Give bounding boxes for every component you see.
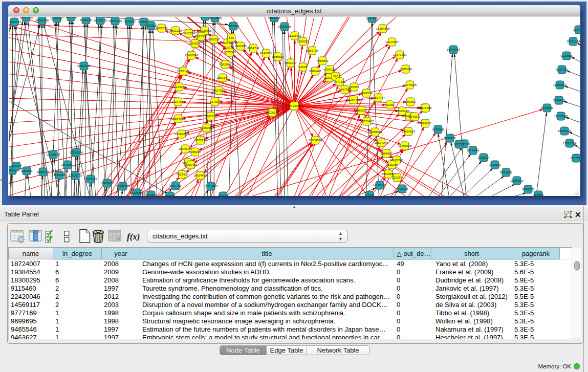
svg-text:9146821: 9146821 — [260, 52, 272, 55]
svg-text:17957223: 17957223 — [84, 178, 98, 181]
svg-text:10756928: 10756928 — [398, 144, 412, 147]
svg-text:10973493: 10973493 — [393, 53, 407, 56]
svg-text:3624554: 3624554 — [360, 92, 373, 95]
svg-text:15692971: 15692971 — [558, 129, 572, 133]
svg-text:12093872: 12093872 — [553, 83, 567, 86]
svg-text:14055714: 14055714 — [9, 20, 21, 24]
svg-text:20053346: 20053346 — [77, 64, 91, 68]
svg-text:12323468: 12323468 — [130, 191, 144, 194]
svg-text:9084067: 9084067 — [380, 152, 393, 155]
svg-text:1564096: 1564096 — [297, 40, 309, 43]
svg-text:1527602: 1527602 — [65, 17, 77, 18]
svg-text:15720407: 15720407 — [360, 120, 374, 123]
svg-text:9699695: 9699695 — [419, 122, 431, 125]
svg-text:21364436: 21364436 — [347, 98, 361, 101]
svg-text:12213967: 12213967 — [385, 40, 399, 43]
svg-text:9227342: 9227342 — [556, 68, 568, 71]
svg-text:9129966: 9129966 — [560, 54, 573, 57]
svg-text:8660123: 8660123 — [169, 29, 182, 32]
svg-text:10654925: 10654925 — [171, 117, 185, 120]
svg-text:9777169: 9777169 — [334, 80, 346, 83]
svg-text:16644784: 16644784 — [447, 48, 461, 51]
svg-text:850613: 850613 — [11, 165, 22, 168]
svg-text:2935114: 2935114 — [478, 156, 490, 159]
svg-text:20091406: 20091406 — [35, 19, 49, 22]
svg-text:10543382: 10543382 — [188, 42, 202, 45]
svg-text:22420046: 22420046 — [185, 54, 199, 57]
svg-text:9245652: 9245652 — [522, 188, 534, 191]
svg-text:545: 545 — [333, 75, 339, 78]
svg-text:7485083: 7485083 — [400, 68, 412, 71]
svg-text:1588520: 1588520 — [272, 55, 284, 58]
svg-text:15716485: 15716485 — [204, 185, 218, 188]
svg-text:252254: 252254 — [392, 176, 403, 179]
svg-text:9827506: 9827506 — [195, 35, 207, 38]
svg-text:1733426: 1733426 — [396, 187, 408, 190]
svg-text:10654112: 10654112 — [510, 179, 524, 182]
svg-text:f(x): f(x) — [127, 232, 140, 242]
svg-text:1640954: 1640954 — [432, 128, 444, 131]
svg-text:2942757: 2942757 — [37, 170, 49, 173]
svg-text:14136141: 14136141 — [373, 184, 387, 187]
svg-text:7632621: 7632621 — [489, 163, 501, 166]
svg-text:20206576: 20206576 — [47, 153, 60, 156]
svg-text:17016504: 17016504 — [563, 142, 577, 145]
svg-text:1156829: 1156829 — [21, 169, 33, 172]
svg-text:8878352: 8878352 — [194, 139, 207, 142]
svg-text:1232346: 1232346 — [145, 193, 157, 196]
svg-text:8427552: 8427552 — [213, 89, 225, 92]
svg-text:7955812: 7955812 — [316, 59, 329, 62]
svg-text:16914479: 16914479 — [193, 174, 207, 177]
svg-text:19166827: 19166827 — [175, 133, 189, 136]
svg-text:10655267: 10655267 — [50, 17, 64, 20]
svg-text:8267130: 8267130 — [205, 115, 217, 118]
svg-text:17359924: 17359924 — [70, 151, 83, 154]
svg-text:8990448: 8990448 — [309, 70, 321, 73]
svg-text:10688609: 10688609 — [368, 130, 382, 134]
svg-text:6961758: 6961758 — [306, 49, 318, 52]
svg-text:1117524: 1117524 — [573, 28, 580, 31]
svg-text:2718126: 2718126 — [177, 70, 189, 73]
svg-text:1167533: 1167533 — [571, 157, 580, 160]
svg-text:1549571: 1549571 — [408, 115, 421, 118]
svg-text:13626: 13626 — [299, 65, 308, 69]
svg-text:1875685: 1875685 — [224, 51, 236, 54]
svg-text:15751074: 15751074 — [567, 40, 580, 43]
svg-text:9115460: 9115460 — [420, 106, 432, 110]
svg-text:18724007: 18724007 — [288, 104, 301, 107]
svg-text:16033809: 16033809 — [208, 17, 222, 19]
svg-text:6966160: 6966160 — [80, 18, 92, 21]
svg-text:19218506: 19218506 — [278, 25, 292, 28]
svg-text:18807249: 18807249 — [375, 141, 388, 144]
svg-text:16154808: 16154808 — [376, 27, 390, 30]
svg-text:19654923: 19654923 — [402, 130, 416, 133]
svg-text:18226058: 18226058 — [198, 29, 212, 32]
svg-text:2803144: 2803144 — [216, 76, 229, 79]
svg-text:11325419: 11325419 — [288, 34, 302, 37]
svg-text:7515540: 7515540 — [123, 20, 136, 23]
svg-text:8215955: 8215955 — [541, 106, 553, 110]
svg-text:8813054: 8813054 — [268, 17, 280, 19]
svg-text:10958107: 10958107 — [100, 182, 114, 185]
svg-text:8912954: 8912954 — [183, 32, 195, 35]
svg-text:2087682: 2087682 — [366, 17, 378, 20]
svg-text:1145194: 1145194 — [54, 173, 66, 177]
svg-text:20091406: 20091406 — [19, 17, 33, 19]
svg-text:12505135: 12505135 — [69, 174, 82, 177]
svg-text:18300295: 18300295 — [266, 111, 279, 114]
svg-text:8186328: 8186328 — [208, 38, 220, 41]
svg-text:5938923: 5938923 — [444, 137, 456, 140]
svg-text:62160: 62160 — [386, 103, 395, 106]
svg-text:9099489: 9099489 — [185, 163, 197, 166]
svg-text:9457791: 9457791 — [169, 184, 182, 187]
svg-text:546: 546 — [229, 36, 234, 39]
svg-text:6497568: 6497568 — [339, 88, 351, 91]
svg-text:687723: 687723 — [454, 143, 465, 146]
svg-text:9474444: 9474444 — [467, 149, 479, 152]
svg-text:1244419: 1244419 — [553, 99, 565, 102]
svg-text:917004: 917004 — [210, 100, 221, 103]
svg-text:9242848: 9242848 — [219, 63, 231, 66]
svg-text:7986372: 7986372 — [355, 109, 367, 112]
svg-text:12975115: 12975115 — [403, 83, 417, 86]
svg-text:12213389: 12213389 — [172, 85, 186, 89]
